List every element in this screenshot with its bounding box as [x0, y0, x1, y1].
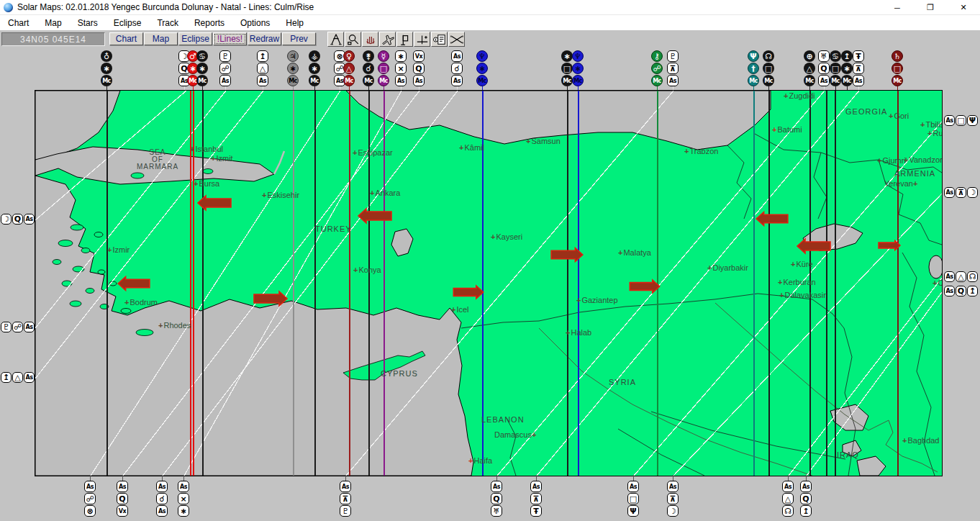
- glyph-☊: ☊: [782, 505, 794, 517]
- line-marker-stack: As△☊: [944, 271, 978, 282]
- window-controls: ─ ❐ ✕: [881, 0, 980, 15]
- glyph-☍: ☍: [12, 322, 23, 332]
- glyph-♅: ♅: [491, 505, 502, 517]
- glyph-Q: Q: [413, 63, 425, 74]
- line-marker-stack: ↥△As: [257, 50, 268, 86]
- line-marker-stack: ♀△Mc: [343, 50, 355, 86]
- plane-icon: [381, 33, 395, 46]
- glyph-□: □: [830, 63, 841, 74]
- menu-track[interactable]: Track: [149, 17, 186, 30]
- glyph-↥: ↥: [800, 505, 812, 517]
- line-marker-stack: Ŧ⊼As: [853, 50, 864, 86]
- glyph-As: As: [667, 481, 679, 492]
- map-geography: [35, 91, 942, 476]
- glyph-Ψ: Ψ: [748, 50, 759, 62]
- glyph-As: As: [667, 75, 679, 86]
- menu-options[interactable]: Options: [232, 17, 278, 30]
- glyph-As: As: [340, 481, 351, 492]
- close-button[interactable]: ✕: [947, 0, 980, 15]
- glyph-Mc: Mc: [363, 75, 374, 86]
- line-marker-stack: As⊼☽: [667, 481, 679, 517]
- glyph-♇: ♇: [1, 322, 12, 332]
- line-marker-stack: ∗×As: [395, 50, 407, 86]
- world-map[interactable]: +Istanbul+Izmit+Bursa+Eskisehir+Eskipaza…: [35, 90, 943, 476]
- line-marker-stack: As×∗: [178, 481, 189, 517]
- line-marker-stack: As☍⊗: [84, 481, 96, 517]
- map-button[interactable]: Map: [144, 32, 178, 45]
- marker-stem: [673, 86, 673, 90]
- glyph-Mc: Mc: [476, 75, 488, 86]
- glyph-⚷: ⚷: [651, 50, 663, 62]
- glyph-□: □: [956, 115, 966, 126]
- glyph-As: As: [491, 481, 502, 492]
- glyph-♇: ♇: [340, 505, 351, 517]
- zoom-flag-tool-button[interactable]: [396, 32, 413, 47]
- glyph-△: △: [12, 372, 23, 383]
- marker-stem: [349, 86, 350, 90]
- marker-stem: [633, 475, 634, 481]
- lines-button[interactable]: !Lines!: [213, 32, 247, 45]
- line-marker-stack: ♇⊼As: [667, 50, 679, 86]
- marker-stem: [122, 475, 123, 481]
- glyph-☿: ☿: [378, 50, 389, 62]
- plot-point-tool-button[interactable]: [414, 32, 430, 47]
- chart-button[interactable]: Chart: [109, 32, 143, 45]
- plane-tool-button[interactable]: [379, 32, 396, 47]
- marker-stem: [809, 86, 810, 90]
- minimize-button[interactable]: ─: [881, 0, 914, 15]
- menu-eclipse[interactable]: Eclipse: [106, 17, 150, 30]
- menu-map[interactable]: Map: [37, 17, 69, 30]
- glyph-↥: ↥: [1, 372, 12, 383]
- menu-help[interactable]: Help: [278, 17, 312, 30]
- line-marker-stack: ♋□Mc: [830, 50, 841, 86]
- glyph-⊼: ⊼: [340, 493, 351, 504]
- prev-button[interactable]: Prev: [282, 32, 316, 45]
- glyph-☽: ☽: [1, 214, 12, 225]
- glyph-As: As: [944, 286, 955, 296]
- marker-stem: [384, 86, 384, 90]
- glyph-♆: ♆: [572, 50, 584, 62]
- marker-stem: [858, 86, 859, 90]
- glyph-⊼: ⊼: [956, 187, 966, 198]
- line-marker-stack: ☊□Mc: [763, 50, 774, 86]
- menu-stars[interactable]: Stars: [70, 17, 106, 30]
- glyph-♀: ♀: [343, 50, 355, 62]
- pan-hand-tool-button[interactable]: [362, 32, 378, 47]
- measure-tool-button[interactable]: [327, 32, 344, 47]
- toolbar-tool-icons: [327, 32, 466, 47]
- glyph-⊼: ⊼: [667, 493, 679, 504]
- glyph-☍: ☍: [651, 63, 663, 74]
- line-marker-stack: As□Ψ: [944, 115, 978, 126]
- window-title: Solar Maps: 02.01.2018 Yengec Burcunda D…: [17, 2, 314, 12]
- glyph-♁: ♁: [101, 50, 112, 62]
- glyph-As: As: [117, 481, 128, 492]
- marker-stem: [293, 86, 294, 90]
- solar-maps-window: Solar Maps: 02.01.2018 Yengec Burcunda D…: [0, 0, 980, 521]
- line-marker-stack: ⚵☌Mc: [363, 50, 374, 86]
- glyph-As: As: [944, 187, 955, 198]
- marker-stem: [193, 86, 194, 90]
- glyph-☊: ☊: [763, 50, 774, 62]
- glyph-□: □: [561, 63, 573, 74]
- zoom-icon: [346, 33, 360, 46]
- glyph-☽: ☽: [667, 505, 679, 517]
- toolbar-buttons: ChartMapEclipse!Lines!RedrawPrev: [109, 32, 317, 45]
- line-marker-stack: ☽QAs: [1, 214, 35, 225]
- glyph-♋: ♋: [196, 50, 208, 62]
- redraw-button[interactable]: Redraw: [248, 32, 281, 45]
- eclipse-button[interactable]: Eclipse: [178, 32, 212, 45]
- chart-info-tool-button[interactable]: [431, 32, 448, 47]
- hide-lines-tool-button[interactable]: [448, 32, 465, 47]
- menu-chart[interactable]: Chart: [0, 17, 37, 30]
- glyph-Ŧ: Ŧ: [853, 50, 864, 62]
- menu-bar: ChartMapStarsEclipseTrackReportsOptionsH…: [0, 15, 980, 30]
- zoom-tool-button[interactable]: [345, 32, 361, 47]
- glyph-As: As: [782, 481, 794, 492]
- glyph-Mc: Mc: [891, 75, 903, 86]
- menu-reports[interactable]: Reports: [186, 17, 232, 30]
- marker-stem: [184, 86, 185, 90]
- glyph-□: □: [627, 493, 639, 504]
- glyph-∗: ∗: [101, 63, 112, 74]
- line-marker-stack: Ψ†Mc: [748, 50, 759, 86]
- maximize-button[interactable]: ❐: [914, 0, 947, 15]
